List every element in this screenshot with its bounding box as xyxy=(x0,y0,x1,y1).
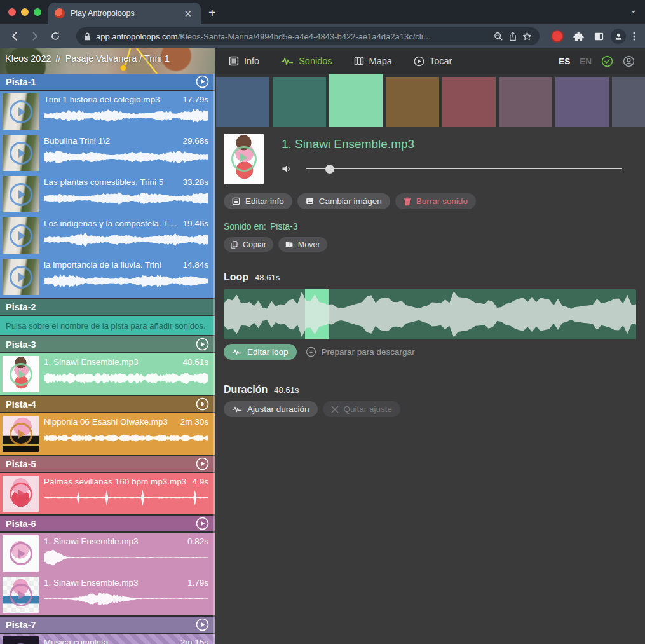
side-panel-icon[interactable] xyxy=(590,28,607,45)
clip-row[interactable]: 1. Sinawi Ensemble.mp31.79s xyxy=(0,574,215,615)
clip-row[interactable]: Las plantas comestibles. Trini 533.28s xyxy=(0,174,215,215)
address-bar[interactable]: app.antropoloops.com/Kleos-Santa-Marina/… xyxy=(76,27,540,45)
track-color-swatch-8[interactable] xyxy=(612,77,645,127)
share-icon[interactable] xyxy=(508,32,517,41)
delete-sound-button[interactable]: Borrar sonido xyxy=(395,193,476,209)
clip-play-overlay-icon[interactable] xyxy=(10,266,32,289)
clip-thumbnail[interactable] xyxy=(3,135,39,171)
track-play-button[interactable] xyxy=(196,75,209,88)
breadcrumb-project[interactable]: Kleos 2022 xyxy=(5,53,51,64)
fullscreen-window-button[interactable] xyxy=(34,8,41,16)
track-color-swatch-2[interactable] xyxy=(273,77,326,127)
map-header[interactable]: Kleos 2022//Pasaje Valvanera / Trini 1 xyxy=(0,48,215,74)
track-color-swatch-6[interactable] xyxy=(499,77,552,127)
forward-button[interactable] xyxy=(27,28,43,45)
clip-thumbnail[interactable] xyxy=(3,577,39,613)
clip-row[interactable]: Nipponia 06 Esashi Oiwake.mp32m 30s xyxy=(0,413,215,455)
track-header-pista-1[interactable]: Pista-1 xyxy=(0,74,215,91)
browser-menu-icon[interactable] xyxy=(630,31,639,41)
clip-thumbnail[interactable] xyxy=(3,93,39,130)
sound-in-track-link[interactable]: Pista-3 xyxy=(270,221,298,231)
clip-thumbnail[interactable] xyxy=(3,176,39,212)
profile-avatar[interactable] xyxy=(611,29,626,44)
change-image-button[interactable]: Cambiar imágen xyxy=(297,193,390,209)
clip-play-overlay-icon[interactable] xyxy=(10,142,32,165)
clip-row[interactable]: Trini 1 historia del colegio.mp317.79s xyxy=(0,91,215,132)
clip-play-overlay-icon[interactable] xyxy=(10,542,32,565)
clip-play-overlay-icon[interactable] xyxy=(10,224,32,247)
sidebar-scrollbar[interactable] xyxy=(213,74,215,644)
clip-row[interactable]: Palmas sevillanas 160 bpm mp3.mp34.9s xyxy=(0,473,215,514)
volume-icon[interactable] xyxy=(282,164,292,174)
track-play-button[interactable] xyxy=(196,517,209,530)
clip-play-overlay-icon[interactable] xyxy=(10,363,32,386)
zoom-icon[interactable] xyxy=(494,32,503,41)
prepare-download-button[interactable]: Preparar para descargar xyxy=(306,346,415,357)
clip-thumbnail[interactable] xyxy=(3,535,39,572)
breadcrumb-path[interactable]: Pasaje Valvanera / Trini 1 xyxy=(65,53,170,64)
edit-info-button[interactable]: Editar info xyxy=(224,193,292,209)
nav-tab-info[interactable]: Info xyxy=(229,56,259,66)
new-tab-button[interactable]: + xyxy=(208,6,216,19)
volume-slider[interactable] xyxy=(306,165,622,174)
breadcrumb[interactable]: Kleos 2022//Pasaje Valvanera / Trini 1 xyxy=(5,53,170,64)
lang-es-button[interactable]: ES xyxy=(559,57,570,66)
loop-waveform[interactable] xyxy=(224,289,636,339)
clip-row[interactable]: Los indigenas y la compostela. Trini19.4… xyxy=(0,215,215,256)
tab-search-chevron-icon[interactable]: ⌄ xyxy=(629,4,637,15)
sound-thumbnail[interactable] xyxy=(224,134,264,184)
clip-play-overlay-icon[interactable] xyxy=(10,584,32,606)
track-play-button[interactable] xyxy=(196,618,209,631)
edit-loop-button[interactable]: Editar loop xyxy=(224,344,297,360)
clip-row[interactable]: la importancia de la lluvia. Trini14.84s xyxy=(0,256,215,298)
clip-thumbnail[interactable] xyxy=(3,476,39,512)
adjust-duration-button[interactable]: Ajustar duración xyxy=(224,401,318,417)
track-play-button[interactable] xyxy=(196,338,209,351)
browser-tab[interactable]: Play Antropoloops ✕ xyxy=(48,3,201,24)
track-color-swatch-4[interactable] xyxy=(386,77,439,127)
clip-thumbnail[interactable] xyxy=(3,356,39,392)
account-icon[interactable] xyxy=(623,55,635,67)
extensions-puzzle-icon[interactable] xyxy=(570,28,587,45)
clip-row[interactable]: Bubulina Trini 1\229.68s xyxy=(0,132,215,174)
tab-close-icon[interactable]: ✕ xyxy=(181,8,194,20)
clip-thumbnail[interactable] xyxy=(3,259,39,295)
clip-play-overlay-icon[interactable] xyxy=(10,423,32,446)
track-play-button[interactable] xyxy=(196,397,209,411)
clip-play-overlay-icon[interactable] xyxy=(10,483,32,505)
reload-button[interactable] xyxy=(47,28,64,45)
copy-button[interactable]: Copiar xyxy=(224,237,273,252)
close-window-button[interactable] xyxy=(8,8,16,16)
back-button[interactable] xyxy=(6,28,23,45)
track-header-pista-3[interactable]: Pista-3 xyxy=(0,336,215,353)
clip-row[interactable]: 1. Sinawi Ensemble.mp348.61s xyxy=(0,353,215,395)
play-overlay-icon[interactable] xyxy=(231,146,257,172)
clip-thumbnail[interactable] xyxy=(3,217,39,254)
track-header-pista-2[interactable]: Pista-2 xyxy=(0,299,215,316)
clip-thumbnail[interactable] xyxy=(3,416,39,452)
track-header-pista-7[interactable]: Pista-7 xyxy=(0,617,215,634)
track-header-pista-4[interactable]: Pista-4 xyxy=(0,396,215,413)
clip-thumbnail[interactable] xyxy=(3,636,39,644)
remove-adjust-button[interactable]: Quitar ajuste xyxy=(323,401,401,417)
clip-row[interactable]: Musica completa2m 15s xyxy=(0,634,215,644)
clip-play-overlay-icon[interactable] xyxy=(10,183,32,206)
track-color-swatch-5[interactable] xyxy=(442,77,496,127)
nav-tab-sonidos[interactable]: Sonidos xyxy=(281,56,332,66)
minimize-window-button[interactable] xyxy=(21,8,29,16)
nav-tab-mapa[interactable]: Mapa xyxy=(354,56,392,66)
lang-en-button[interactable]: EN xyxy=(580,57,592,66)
bookmark-star-icon[interactable] xyxy=(522,32,532,41)
track-color-swatch-7[interactable] xyxy=(555,77,609,127)
track-header-pista-5[interactable]: Pista-5 xyxy=(0,456,215,473)
clip-play-overlay-icon[interactable] xyxy=(10,100,32,123)
track-play-button[interactable] xyxy=(196,457,209,470)
track-color-swatch-3[interactable] xyxy=(329,74,383,127)
nav-tab-tocar[interactable]: Tocar xyxy=(414,56,452,67)
track-header-pista-6[interactable]: Pista-6 xyxy=(0,516,215,533)
record-extension-icon[interactable] xyxy=(551,30,564,43)
move-button[interactable]: Mover xyxy=(278,237,327,252)
track-color-swatch-1[interactable] xyxy=(216,77,269,127)
volume-slider-knob[interactable] xyxy=(325,165,334,174)
clip-row[interactable]: 1. Sinawi Ensemble.mp30.82s xyxy=(0,533,215,574)
